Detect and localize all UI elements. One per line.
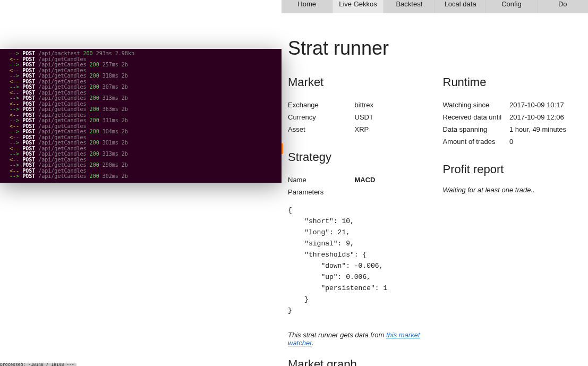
market-label: Currency [288,111,355,123]
runtime-label: Amount of trades [443,135,510,148]
strategy-table: Name MACD Parameters [288,174,427,198]
nav-tabs: HomeLive GekkosBacktestLocal dataConfigD… [282,0,588,13]
table-row: Amount of trades 0 [443,135,582,148]
table-row: Asset XRP [288,123,427,135]
nav-tab-home[interactable]: Home [282,0,333,13]
footnote-prefix: This strat runner gets data from [288,331,386,339]
strategy-heading: Strategy [288,150,427,164]
nav-tab-config[interactable]: Config [486,0,537,13]
table-row: Currency USDT [288,111,427,123]
market-section: Market Exchange bittrex Currency USDT As… [288,75,427,135]
runtime-label: Received data until [443,111,510,123]
runtime-label: Data spanning [443,123,510,135]
terminal-panel: --> POST /api/backtest 200 293ms 2.98kb … [0,49,282,183]
market-value: XRP [355,123,427,135]
table-row: Received data until 2017-10-09 12:06 [443,111,582,123]
nav-tab-live-gekkos[interactable]: Live Gekkos [333,0,384,13]
runtime-table: Watching since 2017-10-09 10:17 Received… [443,99,582,148]
market-label: Exchange [288,99,355,111]
table-row: Data spanning 1 hour, 49 minutes [443,123,582,135]
market-heading: Market [288,75,427,89]
strategy-section: Strategy Name MACD Parameters { "short":… [288,150,427,316]
strategy-params-label: Parameters [288,186,355,198]
nav-tab-do[interactable]: Do [538,0,588,13]
runtime-section: Runtime Watching since 2017-10-09 10:17 … [443,75,582,148]
runtime-value: 2017-10-09 10:17 [509,99,582,111]
market-value: bittrex [355,99,427,111]
main-content: Strat runner Market Exchange bittrex Cur… [282,32,588,366]
nav-tab-backtest[interactable]: Backtest [384,0,435,13]
table-row: Watching since 2017-10-09 10:17 [443,99,582,111]
profit-waiting-text: Waiting for at least one trade.. [443,186,582,194]
status-bar: processed: -18148 / 18148 ------ [0,363,76,366]
runtime-value: 1 hour, 49 minutes [509,123,582,135]
profit-heading: Profit report [443,163,582,176]
table-row: Exchange bittrex [288,99,427,111]
table-row: Name MACD [288,174,427,186]
strategy-params-code: { "short": 10, "long": 21, "signal": 9, … [288,205,427,316]
table-row: Parameters [288,186,427,198]
market-value: USDT [355,111,427,123]
runtime-value: 0 [509,135,582,148]
profit-section: Profit report Waiting for at least one t… [443,163,582,194]
footnote-suffix: . [312,339,314,347]
strategy-name-label: Name [288,174,355,186]
terminal-line: --> POST /api/getCandles 200 302ms 2b [3,174,278,180]
runtime-label: Watching since [443,99,510,111]
strategy-name-value: MACD [355,174,427,186]
runtime-value: 2017-10-09 12:06 [509,111,582,123]
runtime-heading: Runtime [443,75,582,89]
nav-tab-local-data[interactable]: Local data [435,0,486,13]
page-title: Strat runner [288,37,582,59]
footnote: This strat runner gets data from this ma… [288,331,427,347]
market-table: Exchange bittrex Currency USDT Asset XRP [288,99,427,135]
market-label: Asset [288,123,355,135]
graph-heading: Market graph [288,358,427,366]
